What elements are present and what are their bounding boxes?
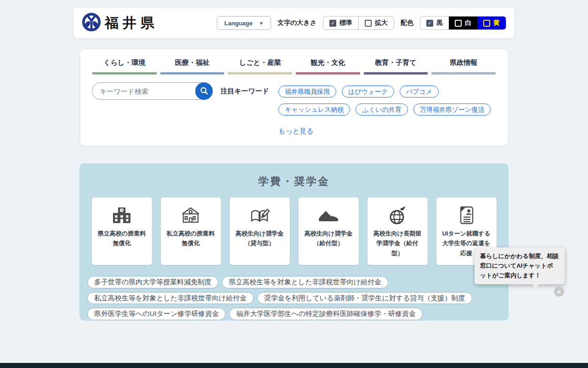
- book-pencil-icon: [230, 203, 290, 228]
- card-private-highschool-free-tuition[interactable]: 私立高校の授業料無償化: [161, 197, 221, 265]
- section-title: 学費・奨学金: [79, 174, 509, 189]
- scheme-black-option[interactable]: 黒: [420, 17, 449, 29]
- link-pill[interactable]: 福井大学医学部生への特定診療科医師確保修学・研修資金: [229, 308, 423, 320]
- nav-search-card: くらし・環境 医療・福祉 しごと・産業 観光・文化 教育・子育て 県政情報: [80, 49, 508, 146]
- site-header: 福井県 Language ▼ 文字の大きさ 標準 拡大 配色 黒: [74, 8, 514, 38]
- featured-keywords-label: 注目キーワード: [220, 87, 269, 96]
- site-brand[interactable]: 福井県: [82, 12, 158, 34]
- globe-airplane-icon: [368, 203, 428, 228]
- site-title: 福井県: [105, 14, 158, 33]
- keyword-pill[interactable]: ふくいの共育: [356, 104, 407, 115]
- card-public-highschool-free-tuition[interactable]: 県立高校の授業料無償化: [92, 197, 152, 265]
- language-dropdown[interactable]: Language ▼: [217, 16, 271, 30]
- link-pill[interactable]: 私立高校生等を対象とした非課税世帯向け給付金: [87, 292, 254, 305]
- keyword-pill[interactable]: パブコメ: [400, 86, 439, 98]
- search-input[interactable]: [92, 82, 213, 100]
- public-school-building-icon: [92, 203, 152, 228]
- close-icon: ✕: [557, 288, 562, 295]
- tab-underline: [431, 72, 496, 75]
- checkbox-unchecked-icon: [455, 20, 462, 27]
- tab-kurashi-kankyo[interactable]: くらし・環境: [90, 56, 158, 75]
- checkbox-unchecked-icon: [483, 20, 490, 27]
- chatbot-close-button[interactable]: ✕: [554, 287, 564, 297]
- checkbox-unchecked-icon: [365, 20, 372, 27]
- sneaker-icon: [299, 203, 359, 228]
- link-pill[interactable]: 県立高校生等を対象とした非課税世帯向け給付金: [222, 276, 388, 288]
- tab-underline: [228, 72, 292, 75]
- tab-underline: [296, 72, 360, 75]
- tab-kanko-bunka[interactable]: 観光・文化: [294, 56, 362, 75]
- color-scheme-label: 配色: [401, 19, 413, 27]
- tab-kensei-joho[interactable]: 県政情報: [430, 56, 498, 75]
- tab-underline: [160, 72, 225, 75]
- category-tabs: くらし・環境 医療・福祉 しごと・産業 観光・文化 教育・子育て 県政情報: [90, 56, 498, 75]
- card-scholarship-loan-type[interactable]: 高校生向け奨学金（貸与型）: [230, 197, 290, 265]
- tab-underline: [364, 72, 428, 75]
- keyword-pill[interactable]: 万博福井県ゾーン復活: [413, 104, 491, 115]
- checkbox-checked-icon: [329, 20, 336, 27]
- private-school-building-icon: [161, 203, 221, 228]
- search-box: [92, 82, 213, 100]
- link-pill[interactable]: 奨学金を利用している薬剤師・奨学生に対する貸与（支援）制度: [257, 292, 472, 305]
- scholarship-link-list: 多子世帯の県内大学等授業料減免制度 県立高校生等を対象とした非課税世帯向け給付金…: [87, 276, 509, 320]
- scholarship-section: 学費・奨学金 県立高校の授業料無償化: [79, 163, 509, 321]
- text-size-standard-option[interactable]: 標準: [323, 17, 358, 29]
- tab-iryo-fukushi[interactable]: 医療・福祉: [158, 56, 226, 75]
- caret-down-icon: ▼: [259, 21, 264, 26]
- footer-top-edge: [0, 363, 588, 368]
- scheme-yellow-option[interactable]: 黄: [477, 17, 506, 29]
- checkbox-checked-icon: [426, 20, 433, 27]
- link-pill[interactable]: 県外医学生等へのUIターン修学研修資金: [87, 308, 226, 320]
- tab-shigoto-sangyo[interactable]: しごと・産業: [226, 56, 294, 75]
- fukui-emblem-icon: [82, 12, 101, 34]
- tab-kyoiku-kosodate[interactable]: 教育・子育て: [362, 56, 430, 75]
- keyword-pill[interactable]: はぴウォーク: [342, 86, 394, 98]
- card-longterm-study-abroad-scholarship[interactable]: 高校生向け長期留学奨学金（給付型）: [368, 197, 428, 265]
- text-size-control: 標準 拡大: [323, 16, 394, 30]
- search-icon: [200, 86, 208, 96]
- chatbot-tooltip: 暮らしにかかわる制度、相談窓口についてAIチャットボットがご案内します！: [475, 247, 565, 284]
- document-person-icon: [436, 203, 497, 228]
- scholarship-cards: 県立高校の授業料無償化 私立高校の授業料無償化: [79, 197, 509, 265]
- scheme-white-option[interactable]: 白: [449, 17, 477, 29]
- keyword-pill[interactable]: キャッシュレス納税: [278, 104, 350, 115]
- keyword-pill-list: 福井県職員採用 はぴウォーク パブコメ キャッシュレス納税 ふくいの共育 万博福…: [278, 86, 496, 136]
- search-button[interactable]: [195, 82, 213, 100]
- keyword-pill[interactable]: 福井県職員採用: [278, 86, 336, 98]
- more-keywords-link[interactable]: もっと見る: [278, 127, 496, 136]
- tab-underline: [92, 72, 157, 75]
- text-size-label: 文字の大きさ: [277, 19, 317, 27]
- card-scholarship-grant-type[interactable]: 高校生向け奨学金（給付型）: [299, 197, 359, 265]
- link-pill[interactable]: 多子世帯の県内大学等授業料減免制度: [87, 276, 218, 288]
- text-size-large-option[interactable]: 拡大: [358, 17, 394, 29]
- color-scheme-control: 黒 白 黄: [420, 16, 506, 30]
